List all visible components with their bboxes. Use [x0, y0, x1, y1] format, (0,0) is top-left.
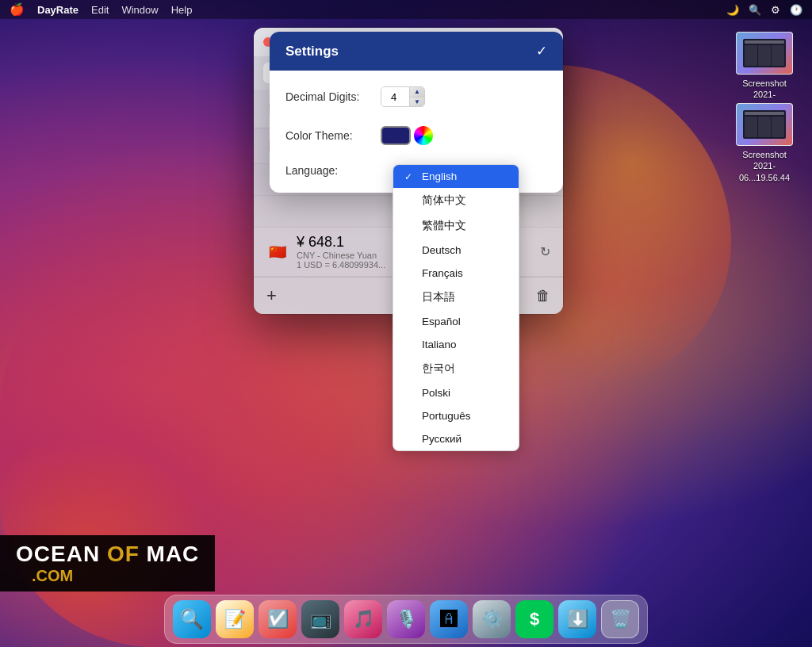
language-option-francais[interactable]: Français	[393, 262, 519, 285]
language-dropdown[interactable]: ✓ English 简体中文 繁體中文 Deutsch França	[393, 164, 519, 451]
settings-panel: Settings ✓ Decimal Digits: 4 ▲ ▼ Color T…	[270, 32, 563, 193]
option-label: 日本語	[422, 290, 455, 304]
checkmark-icon: ✓	[404, 171, 416, 182]
watermark-mac: MAC	[147, 542, 200, 566]
cny-rate: 1 USD = 6.48099934...	[297, 260, 385, 270]
trash-icon: 🗑️	[610, 609, 631, 630]
stepper-down[interactable]: ▼	[410, 98, 424, 108]
dock-icon-podcasts[interactable]: 🎙️	[387, 600, 425, 638]
dock: 🔍 📝 ☑️ 📺 🎵 🎙️ 🅰 ⚙️ $ ⬇️ 🗑️	[164, 595, 648, 644]
decimal-digits-label: Decimal Digits:	[285, 90, 381, 103]
screenshot-screen2	[743, 110, 786, 139]
theme-dark-swatch[interactable]	[381, 126, 411, 145]
dock-icon-trash[interactable]: 🗑️	[601, 600, 639, 638]
language-option-korean[interactable]: 한국어	[393, 356, 519, 381]
option-label: 한국어	[422, 362, 455, 376]
delete-currency-button[interactable]: 🗑	[536, 288, 550, 304]
search-icon[interactable]: 🔍	[749, 4, 761, 16]
watermark-ocean: OCEAN	[16, 542, 100, 566]
clock-icon: 🕐	[790, 4, 802, 16]
language-option-italiano[interactable]: Italiano	[393, 333, 519, 356]
settings-title: Settings	[285, 44, 339, 59]
watermark-of: OF	[107, 542, 140, 566]
menubar-help[interactable]: Help	[171, 4, 193, 16]
option-label: Français	[422, 267, 463, 279]
music-icon: 🎵	[353, 609, 374, 630]
theme-color-picker-icon[interactable]	[414, 126, 433, 145]
cny-name: CNY - Chinese Yuan	[297, 251, 385, 260]
dock-icon-sysprefs[interactable]: ⚙️	[473, 600, 511, 638]
language-row: Language: ✓ English 简体中文 繁體中文 Deutsch	[285, 164, 547, 177]
cny-info: ¥ 648.1 CNY - Chinese Yuan 1 USD = 6.480…	[297, 234, 385, 270]
desktop-icon-screenshot2[interactable]: Screenshot 2021-06...19.56.44	[733, 103, 796, 183]
menubar-edit[interactable]: Edit	[91, 4, 109, 16]
dock-icon-cashapp[interactable]: $	[515, 600, 553, 638]
settings-header: Settings ✓	[270, 32, 563, 71]
dock-icon-finder[interactable]: 🔍	[173, 600, 211, 638]
decimal-digits-stepper[interactable]: 4 ▲ ▼	[381, 86, 425, 107]
menubar-window[interactable]: Window	[121, 4, 158, 16]
desktop-icon-screenshot1[interactable]: Screenshot 2021-06...19.56.34	[733, 32, 796, 112]
add-currency-button[interactable]: +	[266, 285, 277, 306]
appletv-icon: 📺	[310, 609, 331, 630]
dock-icon-reminders[interactable]: ☑️	[259, 600, 297, 638]
cashapp-icon: $	[530, 609, 539, 630]
dock-icon-notes[interactable]: 📝	[216, 600, 254, 638]
cny-sync-icon[interactable]: ↻	[540, 245, 550, 258]
language-option-portuguese[interactable]: Português	[393, 404, 519, 427]
download-icon: ⬇️	[567, 609, 588, 630]
settings-done-button[interactable]: ✓	[536, 43, 547, 59]
cny-amount: ¥ 648.1	[297, 234, 385, 251]
screenshot-thumb-1	[736, 32, 793, 75]
menubar-left: 🍎 DayRate Edit Window Help	[10, 2, 192, 17]
stepper-arrows: ▲ ▼	[410, 86, 424, 107]
sysprefs-icon: ⚙️	[481, 609, 503, 630]
color-theme-row: Color Theme:	[285, 126, 547, 145]
language-option-english[interactable]: ✓ English	[393, 165, 519, 188]
appstore-icon: 🅰	[440, 609, 458, 630]
option-label: 简体中文	[422, 193, 466, 208]
screenshot-screen	[743, 39, 786, 67]
moon-icon[interactable]: 🌙	[726, 4, 739, 16]
watermark-com: .COM	[16, 567, 199, 585]
language-label: Language:	[285, 164, 381, 177]
option-label: Deutsch	[422, 244, 462, 256]
option-label: Italiano	[422, 339, 457, 350]
option-label: English	[422, 170, 457, 182]
cny-actions: ↻	[540, 244, 550, 259]
settings-body: Decimal Digits: 4 ▲ ▼ Color Theme: Langu…	[270, 71, 563, 193]
podcasts-icon: 🎙️	[396, 609, 417, 630]
color-theme-label: Color Theme:	[285, 129, 381, 142]
option-label: 繁體中文	[422, 219, 466, 233]
option-label: Polski	[422, 387, 450, 399]
option-label: Русский	[422, 433, 462, 445]
stepper-value: 4	[381, 87, 410, 106]
option-label: Español	[422, 316, 461, 327]
dock-icon-appletv[interactable]: 📺	[301, 600, 339, 638]
reminders-icon: ☑️	[267, 609, 289, 630]
watermark-text: OCEAN OF MAC	[16, 542, 199, 567]
notes-icon: 📝	[224, 609, 246, 630]
language-option-deutsch[interactable]: Deutsch	[393, 239, 519, 262]
cny-flag: 🇨🇳	[266, 241, 289, 263]
decimal-digits-row: Decimal Digits: 4 ▲ ▼	[285, 86, 547, 107]
language-option-russian[interactable]: Русский	[393, 427, 519, 450]
watermark: OCEAN OF MAC .COM	[0, 535, 215, 591]
stepper-up[interactable]: ▲	[410, 86, 424, 98]
language-option-espanol[interactable]: Español	[393, 310, 519, 333]
screenshot-thumb-2	[736, 103, 793, 146]
menubar-app-name[interactable]: DayRate	[37, 4, 79, 16]
finder-icon: 🔍	[180, 608, 204, 630]
option-label: Português	[422, 410, 471, 422]
control-center-icon[interactable]: ⚙	[771, 4, 780, 16]
language-option-simplified-chinese[interactable]: 简体中文	[393, 188, 519, 213]
language-option-traditional-chinese[interactable]: 繁體中文	[393, 213, 519, 239]
dock-icon-download[interactable]: ⬇️	[558, 600, 596, 638]
language-option-japanese[interactable]: 日本語	[393, 285, 519, 310]
dock-icon-music[interactable]: 🎵	[344, 600, 382, 638]
language-option-polski[interactable]: Polski	[393, 381, 519, 404]
dock-icon-appstore[interactable]: 🅰	[430, 600, 468, 638]
screenshot-label-2: Screenshot 2021-06...19.56.44	[733, 149, 796, 183]
color-theme-control	[381, 126, 433, 145]
apple-menu[interactable]: 🍎	[10, 2, 25, 17]
